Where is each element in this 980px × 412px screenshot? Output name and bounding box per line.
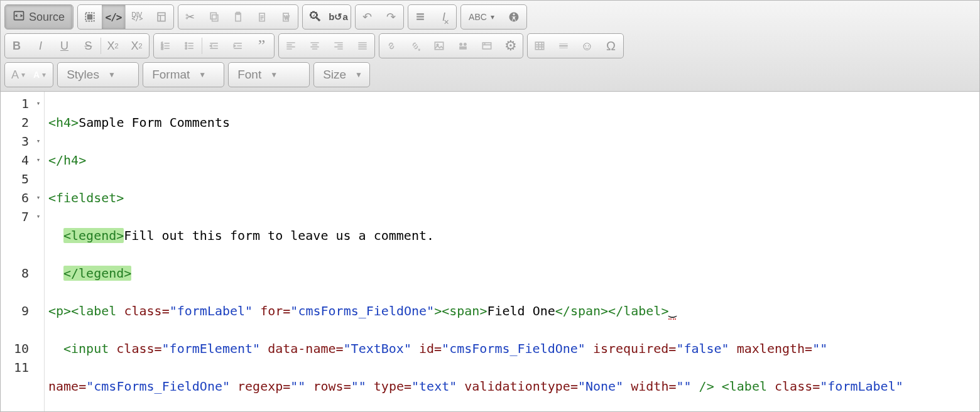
redo-button[interactable]: ↷: [379, 5, 403, 29]
caret-icon: ▼: [199, 70, 206, 79]
selectall-button[interactable]: [408, 5, 432, 29]
gutter-line: [1, 226, 44, 245]
code-content[interactable]: <h4>Sample Form Comments </h4> <fieldset…: [45, 92, 979, 411]
svg-text:3: 3: [161, 46, 163, 50]
source-button[interactable]: Source: [5, 5, 73, 29]
toolbar-row-2: B I U S X2 X2 123 ”: [4, 33, 976, 58]
svg-point-19: [185, 43, 187, 45]
find-button[interactable]: 🔍︎: [303, 5, 327, 29]
svg-rect-12: [416, 16, 424, 18]
group-align: [278, 33, 375, 58]
underline-button[interactable]: U: [53, 34, 77, 58]
div-button[interactable]: DIV</>: [126, 5, 150, 29]
settings-button[interactable]: ⚙: [499, 34, 523, 58]
toolbar-row-1: Source </> DIV</> ✂ W 🔍︎ b↺a: [4, 4, 976, 30]
caret-icon: ▼: [108, 70, 116, 79]
svg-text:W: W: [284, 14, 289, 21]
indent-button[interactable]: [226, 34, 250, 58]
source-editor[interactable]: 1▾23▾4▾56▾7▾891011 <h4>Sample Form Comme…: [1, 92, 979, 411]
paste-word-button[interactable]: W: [274, 5, 298, 29]
group-list: 123 ”: [153, 33, 275, 58]
text-color-icon: A: [11, 68, 19, 82]
caret-icon: ▼: [270, 70, 278, 79]
align-left-button[interactable]: [279, 34, 303, 58]
accessibility-button[interactable]: [503, 5, 526, 29]
svg-rect-3: [158, 13, 165, 21]
gutter-line: 9: [1, 301, 44, 320]
toolbar-row-3: A▾ A▾ Styles▼ Format▼ Font▼ Size▼: [4, 62, 976, 87]
gutter-line: 5: [1, 170, 44, 188]
svg-point-21: [185, 48, 187, 50]
align-center-button[interactable]: [303, 34, 327, 58]
toolbar: Source </> DIV</> ✂ W 🔍︎ b↺a: [1, 1, 979, 92]
image-button[interactable]: [427, 34, 451, 58]
replace-button[interactable]: b↺a: [327, 5, 351, 29]
group-basicstyle: B I U S X2 X2: [4, 33, 150, 58]
gutter-line: 4▾: [1, 151, 44, 170]
format-label: Format: [152, 68, 190, 82]
ckeditor-window: Source </> DIV</> ✂ W 🔍︎ b↺a: [0, 0, 980, 412]
copy-button[interactable]: [202, 5, 226, 29]
styles-combo[interactable]: Styles▼: [57, 62, 139, 87]
group-selectfmt: I✕: [408, 4, 457, 30]
text-color-button[interactable]: A▾: [8, 63, 30, 87]
source-label: Source: [29, 11, 65, 24]
outdent-button[interactable]: [202, 34, 226, 58]
video-button[interactable]: [451, 34, 475, 58]
gutter-line: 3▾: [1, 132, 44, 151]
gutter-line: [1, 245, 44, 264]
templates-button[interactable]: [150, 5, 173, 29]
gutter-line: 2: [1, 113, 44, 132]
font-combo[interactable]: Font▼: [228, 62, 310, 87]
code-line: <legend>Fill out this form to leave us a…: [48, 226, 976, 245]
gutter-line: 7▾: [1, 207, 44, 226]
select-all-button[interactable]: [78, 5, 102, 29]
strike-button[interactable]: S: [77, 34, 101, 58]
svg-rect-11: [416, 13, 424, 15]
group-undo: ↶ ↷: [355, 4, 404, 30]
smiley-button[interactable]: ☺: [575, 34, 599, 58]
gutter-line: 11: [1, 358, 44, 377]
group-templates: </> DIV</>: [77, 4, 174, 30]
bullet-list-button[interactable]: [178, 34, 202, 58]
superscript-button[interactable]: X2: [125, 34, 149, 58]
removeformat-button[interactable]: I✕: [432, 5, 456, 29]
paste-text-button[interactable]: [250, 5, 274, 29]
align-justify-button[interactable]: [351, 34, 374, 58]
specialchar-button[interactable]: Ω: [599, 34, 623, 58]
gutter-line: [1, 283, 44, 301]
align-right-button[interactable]: [327, 34, 351, 58]
group-find: 🔍︎ b↺a: [302, 4, 351, 30]
group-color: A▾ A▾: [4, 62, 53, 87]
svg-rect-5: [210, 13, 216, 19]
table-button[interactable]: [528, 34, 552, 58]
italic-button[interactable]: I: [29, 34, 53, 58]
bg-color-button[interactable]: A▾: [30, 63, 50, 87]
svg-rect-27: [482, 43, 491, 49]
blockquote-button[interactable]: ”: [250, 34, 274, 58]
svg-rect-4: [212, 15, 217, 21]
paste-button[interactable]: [226, 5, 250, 29]
caret-icon: ▼: [355, 70, 362, 79]
codesnippet-button[interactable]: </>: [102, 5, 126, 29]
line-gutter: 1▾23▾4▾56▾7▾891011: [1, 92, 45, 411]
cut-button[interactable]: ✂: [178, 5, 202, 29]
size-label: Size: [323, 68, 346, 82]
svg-rect-22: [435, 42, 443, 50]
svg-point-24: [459, 43, 462, 46]
undo-button[interactable]: ↶: [356, 5, 379, 29]
size-combo[interactable]: Size▼: [313, 62, 370, 87]
numbered-list-button[interactable]: 123: [154, 34, 178, 58]
embed-button[interactable]: [475, 34, 499, 58]
subscript-button[interactable]: X2: [101, 34, 125, 58]
gutter-line: [1, 320, 44, 339]
link-button[interactable]: [379, 34, 403, 58]
spellcheck-button[interactable]: ABC▾: [461, 5, 503, 29]
bold-button[interactable]: B: [5, 34, 29, 58]
unlink-button[interactable]: [403, 34, 427, 58]
gutter-line: 10: [1, 339, 44, 358]
format-combo[interactable]: Format▼: [143, 62, 224, 87]
hr-button[interactable]: [552, 34, 575, 58]
svg-point-20: [185, 45, 187, 47]
code-line: </h4>: [48, 151, 976, 170]
